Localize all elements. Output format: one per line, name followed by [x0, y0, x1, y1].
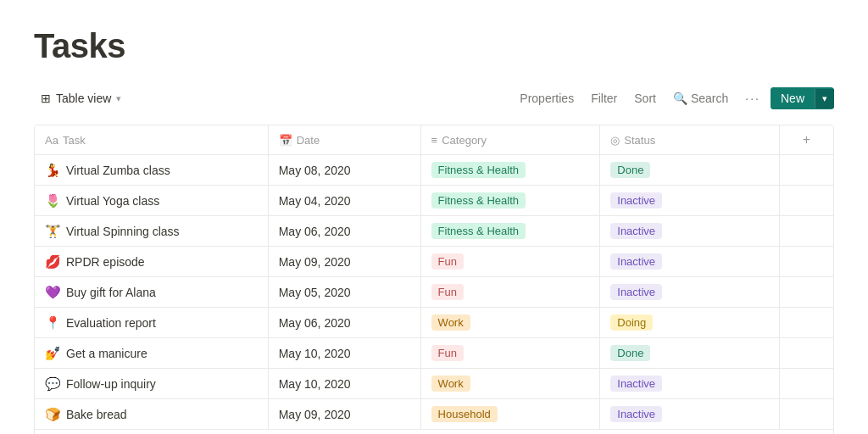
row-action-0: [779, 155, 833, 186]
date-cell-7: May 10, 2020: [268, 369, 420, 399]
table-row[interactable]: 💅 Get a manicure May 10, 2020 Fun Done: [35, 338, 833, 369]
task-name-6: Get a manicure: [66, 347, 147, 360]
col-header-date[interactable]: 📅 Date: [268, 125, 420, 155]
toolbar-right: Properties Filter Sort 🔍 Search ··· New …: [513, 87, 834, 109]
table-row[interactable]: 🏋 Virtual Spinning class May 06, 2020 Fi…: [35, 216, 833, 247]
task-cell-8: 🍞 Bake bread: [35, 399, 268, 430]
status-badge-6: Done: [610, 345, 650, 361]
date-cell-8: May 09, 2020: [268, 399, 420, 430]
task-cell-7: 💬 Follow-up inquiry: [35, 369, 268, 399]
status-badge-0: Done: [610, 162, 650, 178]
category-cell-3: Fun: [420, 247, 600, 277]
filter-button[interactable]: Filter: [584, 88, 624, 108]
task-name-8: Bake bread: [66, 408, 127, 421]
date-cell-6: May 10, 2020: [268, 338, 420, 369]
category-badge-4: Fun: [431, 284, 464, 300]
task-name-0: Virtual Zumba class: [66, 164, 170, 177]
col-header-task[interactable]: Aa Task: [35, 125, 268, 155]
date-cell-4: May 05, 2020: [268, 277, 420, 308]
task-emoji-4: 💜: [45, 285, 61, 300]
status-cell-5: Doing: [600, 308, 780, 338]
task-col-icon: Aa: [45, 134, 58, 147]
category-cell-7: Work: [420, 369, 600, 399]
category-cell-2: Fitness & Health: [420, 216, 600, 247]
category-cell-0: Fitness & Health: [420, 155, 600, 186]
task-emoji-6: 💅: [45, 346, 61, 361]
dots-icon: ···: [745, 92, 760, 105]
page-title: Tasks: [34, 27, 834, 65]
sort-button[interactable]: Sort: [627, 88, 663, 108]
properties-button[interactable]: Properties: [513, 88, 581, 108]
task-cell-4: 💜 Buy gift for Alana: [35, 277, 268, 308]
status-badge-5: Doing: [610, 314, 653, 331]
table-row[interactable]: 💜 Buy gift for Alana May 05, 2020 Fun In…: [35, 277, 833, 308]
table-header-row: Aa Task 📅 Date ≡ Category: [35, 125, 833, 155]
status-badge-2: Inactive: [610, 223, 662, 239]
status-cell-0: Done: [600, 155, 780, 186]
task-emoji-7: 💬: [45, 376, 61, 392]
status-badge-7: Inactive: [610, 376, 662, 392]
date-cell-2: May 06, 2020: [268, 216, 420, 247]
status-cell-2: Inactive: [600, 216, 780, 247]
table-row[interactable]: 💬 Follow-up inquiry May 10, 2020 Work In…: [35, 369, 833, 399]
status-badge-3: Inactive: [610, 253, 662, 270]
status-cell-4: Inactive: [600, 277, 780, 308]
more-options-button[interactable]: ···: [738, 88, 767, 108]
row-action-5: [779, 308, 833, 338]
status-cell-6: Done: [600, 338, 780, 369]
date-cell-3: May 09, 2020: [268, 247, 420, 277]
task-emoji-0: 💃: [45, 163, 61, 178]
toolbar-left: ⊞ Table view ▾: [34, 88, 128, 108]
category-cell-1: Fitness & Health: [420, 186, 600, 216]
date-col-icon: 📅: [279, 134, 292, 147]
row-action-3: [779, 247, 833, 277]
search-button[interactable]: 🔍 Search: [666, 88, 735, 108]
toolbar: ⊞ Table view ▾ Properties Filter Sort 🔍 …: [34, 82, 834, 114]
task-name-4: Buy gift for Alana: [66, 286, 156, 299]
table-row[interactable]: 💃 Virtual Zumba class May 08, 2020 Fitne…: [35, 155, 833, 186]
task-name-2: Virtual Spinning class: [66, 225, 180, 238]
table-row[interactable]: 📍 Evaluation report May 06, 2020 Work Do…: [35, 308, 833, 338]
task-emoji-3: 💋: [45, 254, 61, 270]
category-badge-0: Fitness & Health: [431, 162, 526, 178]
search-icon: 🔍: [673, 92, 687, 105]
task-emoji-1: 🌷: [45, 193, 61, 209]
row-action-6: [779, 338, 833, 369]
row-action-8: [779, 399, 833, 430]
new-button[interactable]: New ▾: [771, 87, 834, 109]
add-new-row[interactable]: + New: [35, 429, 833, 434]
new-button-label[interactable]: New: [771, 87, 815, 109]
date-cell-1: May 04, 2020: [268, 186, 420, 216]
new-button-chevron[interactable]: ▾: [815, 89, 834, 108]
category-col-icon: ≡: [431, 134, 438, 147]
task-cell-0: 💃 Virtual Zumba class: [35, 155, 268, 186]
view-selector[interactable]: ⊞ Table view ▾: [34, 88, 128, 108]
col-header-category[interactable]: ≡ Category: [420, 125, 600, 155]
date-cell-0: May 08, 2020: [268, 155, 420, 186]
table-row[interactable]: 💋 RPDR episode May 09, 2020 Fun Inactive: [35, 247, 833, 277]
task-cell-5: 📍 Evaluation report: [35, 308, 268, 338]
task-name-7: Follow-up inquiry: [66, 377, 156, 391]
status-cell-1: Inactive: [600, 186, 780, 216]
row-action-1: [779, 186, 833, 216]
task-emoji-5: 📍: [45, 315, 61, 331]
task-cell-2: 🏋 Virtual Spinning class: [35, 216, 268, 247]
row-action-2: [779, 216, 833, 247]
category-cell-8: Household: [420, 399, 600, 430]
category-badge-1: Fitness & Health: [431, 192, 526, 209]
category-badge-5: Work: [431, 314, 470, 331]
category-cell-6: Fun: [420, 338, 600, 369]
category-badge-7: Work: [431, 376, 470, 392]
task-cell-1: 🌷 Virtual Yoga class: [35, 186, 268, 216]
col-header-status[interactable]: ◎ Status: [600, 125, 780, 155]
add-column-button[interactable]: +: [790, 132, 823, 147]
col-header-add[interactable]: +: [779, 125, 833, 155]
table-row[interactable]: 🌷 Virtual Yoga class May 04, 2020 Fitnes…: [35, 186, 833, 216]
date-cell-5: May 06, 2020: [268, 308, 420, 338]
table-row[interactable]: 🍞 Bake bread May 09, 2020 Household Inac…: [35, 399, 833, 430]
row-action-4: [779, 277, 833, 308]
view-label: Table view: [56, 92, 111, 105]
chevron-down-icon: ▾: [116, 93, 121, 104]
status-col-icon: ◎: [610, 134, 620, 147]
status-cell-7: Inactive: [600, 369, 780, 399]
